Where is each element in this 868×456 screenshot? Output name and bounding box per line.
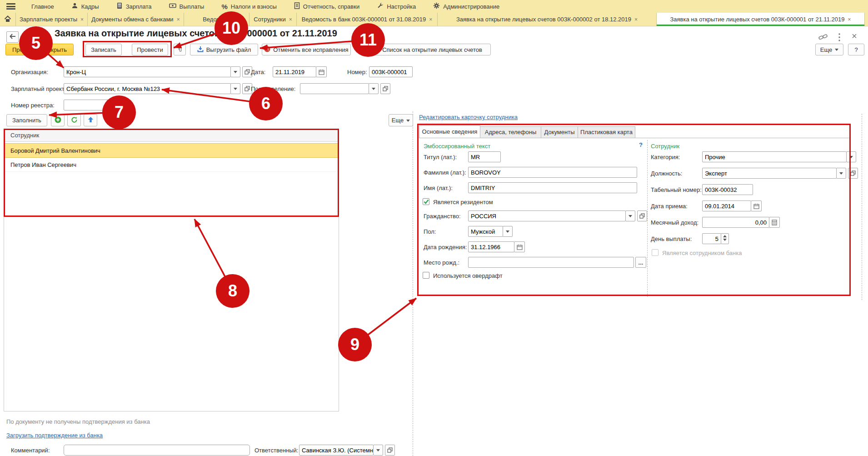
- citizenship-field[interactable]: РОССИЯ: [468, 210, 626, 221]
- payout-day-field[interactable]: 5: [702, 233, 721, 244]
- open-accounts-list-button[interactable]: Список на открытие лицевых счетов: [365, 44, 491, 55]
- table-row-selected[interactable]: Боровой Дмитрий Валентинович: [4, 143, 339, 158]
- birthplace-ellipsis-button[interactable]: ...: [635, 257, 646, 268]
- table-row[interactable]: Петров Иван Сергеевич: [4, 158, 339, 172]
- tab-main-info[interactable]: Основные сведения: [419, 125, 480, 138]
- salary-project-dropdown-button[interactable]: [230, 83, 240, 94]
- gender-field[interactable]: Мужской: [468, 226, 503, 237]
- menu-item-nastroika[interactable]: Настройка: [368, 0, 424, 13]
- number-field[interactable]: 00ЗК-000001: [369, 66, 413, 77]
- hire-date-field[interactable]: 09.01.2014: [702, 200, 751, 211]
- department-field[interactable]: [300, 83, 369, 94]
- close-icon[interactable]: ×: [177, 16, 180, 23]
- home-tab[interactable]: [0, 13, 16, 26]
- load-confirmation-link[interactable]: Загрузить подтверждение из банка: [6, 432, 103, 439]
- hamburger-icon[interactable]: [6, 3, 15, 10]
- menu-item-otchetnost[interactable]: Отчетность, справки: [285, 0, 368, 13]
- save-button[interactable]: Записать: [85, 44, 122, 55]
- department-dropdown-button[interactable]: [369, 83, 379, 94]
- birthdate-field[interactable]: 31.12.1966: [468, 241, 514, 252]
- resident-label[interactable]: Является резидентом: [433, 199, 493, 205]
- responsible-dropdown-button[interactable]: [373, 445, 383, 456]
- lastname-lat-field[interactable]: BOROVOY: [468, 167, 637, 178]
- card-help-icon[interactable]: ?: [639, 141, 643, 148]
- close-icon[interactable]: ×: [429, 16, 432, 23]
- fill-button[interactable]: Заполнить: [6, 114, 47, 126]
- help-button[interactable]: ?: [848, 44, 864, 55]
- firstname-lat-field[interactable]: DMITRIY: [468, 182, 637, 193]
- birthdate-calendar-button[interactable]: [514, 241, 525, 252]
- position-field[interactable]: Эксперт: [702, 168, 837, 179]
- close-icon[interactable]: ×: [289, 16, 292, 23]
- tab-vedomost-v-bank[interactable]: Ведомость в банк 00ЗК-000001 от 31.08.20…: [297, 13, 438, 26]
- citizenship-dropdown-button[interactable]: [625, 210, 635, 221]
- pane-splitter[interactable]: [413, 111, 413, 456]
- monthly-income-calculator-button[interactable]: [769, 217, 780, 228]
- form-more-button[interactable]: Еще: [815, 44, 843, 55]
- category-dropdown-button[interactable]: [846, 151, 856, 162]
- birthplace-field[interactable]: [468, 257, 634, 268]
- tab-zayavka-000001-active[interactable]: Заявка на открытие лицевых счетов 00ЗК-0…: [657, 13, 865, 26]
- tab-addresses-phones[interactable]: Адреса, телефоны: [480, 126, 541, 138]
- refresh-button[interactable]: [67, 114, 81, 126]
- citizenship-open-button[interactable]: [637, 210, 647, 221]
- gear-icon: [433, 2, 440, 10]
- responsible-open-button[interactable]: [385, 445, 395, 456]
- responsible-field[interactable]: Савинская З.Ю. (Системн: [299, 445, 374, 456]
- resident-checkbox[interactable]: [423, 198, 429, 205]
- position-dropdown-button[interactable]: [836, 168, 846, 179]
- title-lat-field[interactable]: MR: [468, 151, 501, 162]
- personnel-number-field[interactable]: 00ЗК-00032: [702, 184, 753, 195]
- salary-project-field[interactable]: Сбербанк России, г. Москва №123: [64, 83, 231, 94]
- menu-item-nalogi[interactable]: % Налоги и взносы: [213, 0, 285, 13]
- add-row-button[interactable]: [51, 114, 65, 126]
- date-field[interactable]: 21.11.2019: [273, 66, 316, 77]
- position-open-button[interactable]: [848, 168, 858, 179]
- tab-documents[interactable]: Документы: [541, 126, 578, 138]
- tab-zarplatnye-proekty[interactable]: Зарплатные проекты×: [16, 13, 88, 26]
- tab-zayavka-000002[interactable]: Заявка на открытие лицевых счетов 00ЗК-0…: [438, 13, 657, 26]
- overdraft-label[interactable]: Используется овердрафт: [433, 272, 503, 279]
- menu-item-kadry[interactable]: Кадры: [63, 0, 108, 13]
- back-button[interactable]: [6, 31, 19, 43]
- menu-item-administrirovanie[interactable]: Администрирование: [424, 0, 508, 13]
- kebab-icon[interactable]: [838, 33, 841, 43]
- tab-dokumenty-obmena[interactable]: Документы обмена с банками×: [88, 13, 184, 26]
- hire-date-calendar-button[interactable]: [751, 200, 762, 211]
- monthly-income-field[interactable]: 0,00: [702, 217, 769, 228]
- close-window-icon[interactable]: ×: [852, 31, 857, 41]
- menu-item-vyplaty[interactable]: Выплаты: [160, 0, 213, 13]
- attach-button[interactable]: [174, 44, 186, 55]
- close-icon[interactable]: ×: [80, 16, 84, 23]
- tab-plastic-card[interactable]: Пластиковая карта: [578, 126, 635, 138]
- cancel-all-corrections-button[interactable]: Отменить все исправления: [262, 44, 351, 55]
- button-label: Записать: [91, 46, 116, 53]
- registry-number-field[interactable]: [64, 100, 115, 110]
- comment-field[interactable]: [64, 445, 250, 456]
- gender-dropdown-button[interactable]: [503, 226, 513, 237]
- post-button[interactable]: Провести: [132, 44, 168, 55]
- menu-item-zarplata[interactable]: Зарплата: [108, 0, 160, 13]
- menu-item-main[interactable]: Главное: [23, 0, 63, 13]
- chevron-down-icon: [406, 120, 410, 124]
- close-icon[interactable]: ×: [634, 16, 638, 23]
- organization-dropdown-button[interactable]: [230, 66, 240, 77]
- list-more-button[interactable]: Еще: [389, 114, 413, 126]
- close-icon[interactable]: ×: [848, 16, 851, 23]
- edit-employee-card-link[interactable]: Редактировать карточку сотрудника: [419, 114, 518, 120]
- field-value: MR: [471, 154, 480, 160]
- tab-sotrudniki[interactable]: Сотрудники×: [249, 13, 297, 26]
- date-calendar-button[interactable]: [316, 66, 327, 77]
- close-icon[interactable]: ×: [227, 16, 230, 23]
- organization-field[interactable]: Крон-Ц: [64, 66, 231, 77]
- employees-column-header[interactable]: Сотрудник: [4, 129, 339, 142]
- post-and-close-button[interactable]: Провести и закрыть: [5, 44, 74, 55]
- payout-day-spinner[interactable]: [721, 233, 729, 244]
- export-file-button[interactable]: Выгрузить файл: [190, 44, 258, 55]
- category-field[interactable]: Прочие: [702, 151, 847, 162]
- tab-vedomosti[interactable]: Ведомо×: [184, 13, 249, 26]
- chain-icon[interactable]: [818, 33, 828, 43]
- move-up-button[interactable]: [84, 114, 97, 126]
- overdraft-checkbox[interactable]: [423, 272, 429, 279]
- department-open-button[interactable]: [380, 83, 390, 94]
